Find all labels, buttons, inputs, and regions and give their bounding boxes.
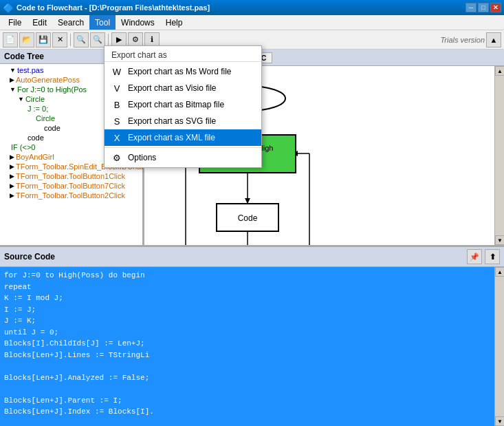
top-pane: Code Tree ▼test.pas▶AutoGeneratePoss▼For… (0, 50, 504, 247)
tree-item[interactable]: Circle (1, 114, 141, 123)
source-expand-button[interactable]: ⬆ (485, 249, 500, 264)
chart-area: START for J:=0 to High (Poss) Code J = 0… (144, 66, 504, 245)
tree-item[interactable]: code (1, 133, 141, 142)
source-line: Blocks[Len+J].Analyzed := False; (4, 372, 490, 384)
tree-item[interactable]: ▼Circle (1, 94, 141, 104)
chart-title: Chart (149, 53, 170, 63)
tb-new[interactable]: 📄 (3, 32, 18, 47)
tree-item[interactable]: ▼test.pas (1, 65, 141, 75)
menu-windows[interactable]: Windows (116, 15, 160, 30)
source-line: K := I mod J; (4, 292, 490, 304)
menu-file[interactable]: File (3, 15, 27, 30)
tab-flowchart[interactable]: ⬛ FlowChart (175, 52, 237, 63)
source-content: for J:=0 to High(Poss) do begin repeat K… (0, 267, 494, 426)
source-line (4, 361, 490, 372)
source-line: J := K; (4, 315, 490, 327)
menu-search[interactable]: Search (52, 15, 89, 30)
maximize-button[interactable]: □ (478, 3, 489, 12)
window-title: Code to Flowchart - [D:\Program Files\at… (17, 3, 465, 12)
tree-item[interactable]: ▶TForm_Toolbar.ToolButton2Click (1, 191, 141, 200)
source-scroll-track (495, 277, 504, 416)
source-scrollbar[interactable]: ▲ ▼ (494, 267, 504, 426)
svg-text:Code: Code (238, 213, 258, 223)
left-panel: Code Tree ▼test.pas▶AutoGeneratePoss▼For… (0, 50, 144, 245)
code-tree-header: Code Tree (0, 50, 142, 64)
source-line: repeat (4, 281, 490, 293)
main-container: Code Tree ▼test.pas▶AutoGeneratePoss▼For… (0, 50, 504, 426)
tree-item[interactable]: J := 0; (1, 104, 141, 114)
tb-zoom-in[interactable]: 🔍 (74, 32, 89, 47)
tb-sep1 (70, 34, 71, 46)
tree-item[interactable]: IF (<>0 (1, 142, 141, 152)
tb-settings[interactable]: ⚙ (128, 32, 143, 47)
svg-text:(Poss): (Poss) (237, 156, 259, 164)
tree-item[interactable]: ▶TForm_Toolbar.ToolButton7Click (1, 181, 141, 191)
tb-info[interactable]: ℹ (144, 32, 160, 47)
tb-scroll-up[interactable]: ▲ (486, 32, 501, 47)
tb-sep2 (108, 34, 109, 46)
tree-item[interactable]: ▶AutoGeneratePoss (1, 75, 141, 85)
code-tree-content: ▼test.pas▶AutoGeneratePoss▼For J:=0 to H… (0, 64, 142, 245)
tb-generate[interactable]: ▶ (111, 32, 127, 47)
right-panel: Chart ⬛ FlowChart NS C (144, 50, 504, 245)
svg-text:START: START (233, 94, 261, 104)
tree-item[interactable]: ▼For J:=0 to High(Pos (1, 85, 141, 94)
tb-zoom-out[interactable]: 🔍 (90, 32, 105, 47)
source-header-icons: 📌 ⬆ (467, 249, 500, 264)
source-line: for J:=0 to High(Poss) do begin (4, 270, 490, 281)
close-button[interactable]: ✕ (490, 3, 501, 12)
svg-rect-22 (199, 135, 296, 173)
app-icon: 🔷 (3, 3, 14, 13)
menu-tool[interactable]: Tool (89, 15, 116, 30)
minimize-button[interactable]: ─ (465, 3, 476, 12)
source-line: Blocks[I].ChildIds[J] := Len+J; (4, 338, 490, 350)
trial-text: Trials version (440, 36, 485, 44)
chart-scroll-down[interactable]: ▼ (495, 235, 504, 245)
svg-marker-1 (245, 129, 250, 135)
tb-close[interactable]: ✕ (52, 32, 67, 47)
svg-text:for J:=0 to High: for J:=0 to High (222, 144, 274, 152)
tree-item[interactable]: ▶BoyAndGirl (1, 152, 141, 162)
tab-nsc[interactable]: NS C (242, 52, 272, 63)
flowchart-svg: START for J:=0 to High (Poss) Code J = 0… (165, 73, 371, 245)
window-controls: ─ □ ✕ (465, 3, 501, 12)
chart-header: Chart ⬛ FlowChart NS C (144, 50, 504, 66)
source-scroll-down[interactable]: ▼ (495, 416, 504, 426)
chart-scroll-up[interactable]: ▲ (495, 66, 504, 76)
menu-help[interactable]: Help (160, 15, 188, 30)
source-code-header: Source Code 📌 ⬆ (0, 247, 504, 267)
chart-scrollbar[interactable]: ▲ ▼ (494, 66, 504, 245)
tb-save[interactable]: 💾 (36, 32, 51, 47)
tree-item[interactable]: ▶TForm_Toolbar.SpinEdit_BlockIDChange (1, 162, 141, 171)
menu-bar: File Edit Search Tool Windows Help (0, 15, 504, 30)
source-line (4, 383, 490, 395)
svg-marker-3 (245, 198, 250, 204)
flowchart-icon: ⬛ (182, 53, 191, 62)
source-pin-button[interactable]: 📌 (467, 249, 482, 264)
source-line: I := J; (4, 304, 490, 316)
menu-edit[interactable]: Edit (27, 15, 52, 30)
tree-item[interactable]: ▶TForm_Toolbar.ToolButton1Click (1, 171, 141, 181)
toolbar: 📄 📂 💾 ✕ 🔍 🔍 ▶ ⚙ ℹ Trials version ▲ (0, 30, 504, 50)
source-title: Source Code (4, 252, 55, 262)
title-bar: 🔷 Code to Flowchart - [D:\Program Files\… (0, 0, 504, 15)
source-scroll-up[interactable]: ▲ (495, 267, 504, 277)
tb-open[interactable]: 📂 (19, 32, 34, 47)
source-line: Blocks[Len+J].Parent := I; (4, 395, 490, 407)
bottom-pane: Source Code 📌 ⬆ for J:=0 to High(Poss) d… (0, 247, 504, 426)
tree-item[interactable]: code (1, 123, 141, 133)
source-line: Blocks[Len+J].Lines := TStringLi (4, 350, 490, 361)
source-line: Blocks[Len+J].Index := Blocks[I]. (4, 406, 490, 418)
source-line: until J = 0; (4, 327, 490, 339)
